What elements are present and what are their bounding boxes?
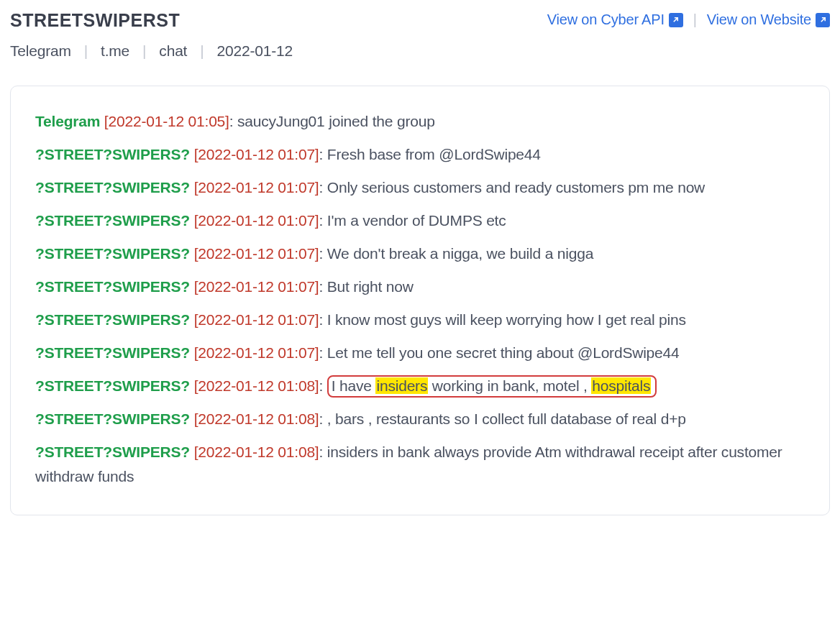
chat-message: ?STREET?SWIPERS? [2022-01-12 01:07]: But… bbox=[35, 275, 805, 299]
header: STREETSWIPERST View on Cyber API | View … bbox=[10, 10, 830, 31]
chat-message: ?STREET?SWIPERS? [2022-01-12 01:08]: ins… bbox=[35, 440, 805, 489]
meta-separator: | bbox=[200, 42, 204, 60]
message-author: ?STREET?SWIPERS? bbox=[35, 344, 190, 361]
chat-message: ?STREET?SWIPERS? [2022-01-12 01:07]: We … bbox=[35, 242, 805, 266]
message-timestamp: [2022-01-12 01:07] bbox=[194, 146, 319, 162]
message-timestamp: [2022-01-12 01:08] bbox=[194, 444, 319, 460]
chat-message: ?STREET?SWIPERS? [2022-01-12 01:07]: I k… bbox=[35, 308, 805, 332]
meta-separator: | bbox=[84, 42, 88, 60]
message-timestamp: [2022-01-12 01:07] bbox=[194, 245, 319, 262]
link-label: View on Website bbox=[707, 12, 811, 28]
chat-message: ?STREET?SWIPERS? [2022-01-12 01:07]: Fre… bbox=[35, 142, 805, 167]
message-timestamp: [2022-01-12 01:07] bbox=[194, 278, 319, 295]
message-author: ?STREET?SWIPERS? bbox=[35, 245, 190, 262]
meta-kind: chat bbox=[159, 42, 187, 60]
message-author: ?STREET?SWIPERS? bbox=[35, 444, 190, 460]
message-body: But right now bbox=[327, 278, 414, 295]
message-author: ?STREET?SWIPERS? bbox=[35, 212, 190, 229]
message-author: ?STREET?SWIPERS? bbox=[35, 410, 190, 427]
header-actions: View on Cyber API | View on Website bbox=[547, 12, 830, 28]
breadcrumb: Telegram | t.me | chat | 2022-01-12 bbox=[10, 42, 830, 60]
message-timestamp: [2022-01-12 01:08] bbox=[194, 410, 319, 427]
meta-separator: | bbox=[142, 42, 146, 60]
action-separator: | bbox=[693, 12, 697, 28]
message-body: Fresh base from @LordSwipe44 bbox=[327, 146, 541, 162]
meta-date: 2022-01-12 bbox=[217, 42, 293, 60]
highlighted-span: I have insiders working in bank, motel ,… bbox=[327, 375, 657, 398]
message-author: ?STREET?SWIPERS? bbox=[35, 179, 190, 196]
message-body-mid: working in bank, motel , bbox=[428, 377, 591, 394]
message-body: Only serious customers and ready custome… bbox=[327, 179, 705, 196]
message-timestamp: [2022-01-12 01:07] bbox=[194, 179, 319, 196]
highlight-term: hospitals bbox=[591, 377, 651, 394]
chat-message: ?STREET?SWIPERS? [2022-01-12 01:08]: , b… bbox=[35, 407, 805, 431]
chat-message: ?STREET?SWIPERS? [2022-01-12 01:07]: I'm… bbox=[35, 208, 805, 233]
page-title: STREETSWIPERST bbox=[10, 10, 180, 31]
chat-message: ?STREET?SWIPERS? [2022-01-12 01:08]: I h… bbox=[35, 374, 805, 398]
message-body: I'm a vendor of DUMPS etc bbox=[327, 212, 506, 229]
external-link-icon bbox=[816, 13, 830, 27]
chat-log-panel: Telegram [2022-01-12 01:05]: saucyJung01… bbox=[10, 86, 830, 515]
message-author: ?STREET?SWIPERS? bbox=[35, 311, 190, 328]
message-body: saucyJung01 joined the group bbox=[237, 113, 435, 129]
message-timestamp: [2022-01-12 01:07] bbox=[194, 311, 319, 328]
message-body: Let me tell you one secret thing about @… bbox=[327, 344, 680, 361]
external-link-icon bbox=[669, 13, 683, 27]
chat-message: Telegram [2022-01-12 01:05]: saucyJung01… bbox=[35, 109, 805, 134]
meta-platform: Telegram bbox=[10, 42, 71, 60]
link-label: View on Cyber API bbox=[547, 12, 665, 28]
message-timestamp: [2022-01-12 01:07] bbox=[194, 212, 319, 229]
message-body: I know most guys will keep worrying how … bbox=[327, 311, 686, 328]
chat-message: ?STREET?SWIPERS? [2022-01-12 01:07]: Let… bbox=[35, 341, 805, 365]
message-author: ?STREET?SWIPERS? bbox=[35, 146, 190, 162]
highlight-term: insiders bbox=[375, 377, 428, 394]
message-body: We don't break a nigga, we build a nigga bbox=[327, 245, 593, 262]
message-body-pre: I have bbox=[332, 377, 376, 394]
meta-domain: t.me bbox=[101, 42, 129, 60]
message-author: ?STREET?SWIPERS? bbox=[35, 278, 190, 295]
message-timestamp: [2022-01-12 01:07] bbox=[194, 344, 319, 361]
chat-message: ?STREET?SWIPERS? [2022-01-12 01:07]: Onl… bbox=[35, 175, 805, 200]
message-author: Telegram bbox=[35, 113, 100, 129]
message-author: ?STREET?SWIPERS? bbox=[35, 377, 190, 394]
view-on-cyber-api-link[interactable]: View on Cyber API bbox=[547, 12, 683, 28]
message-timestamp: [2022-01-12 01:05] bbox=[104, 113, 229, 129]
message-timestamp: [2022-01-12 01:08] bbox=[194, 377, 319, 394]
view-on-website-link[interactable]: View on Website bbox=[707, 12, 830, 28]
message-body: , bars , restaurants so I collect full d… bbox=[327, 410, 686, 427]
